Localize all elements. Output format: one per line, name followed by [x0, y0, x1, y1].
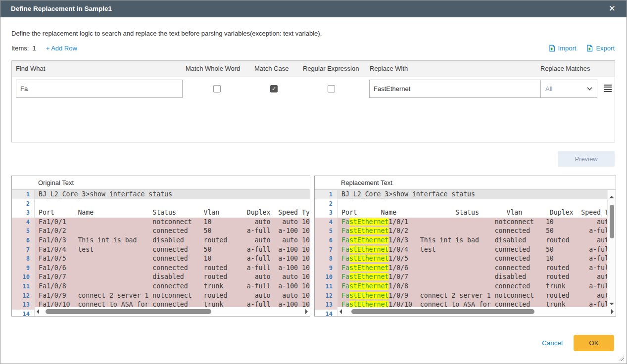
- scroll-right-arrow-icon[interactable]: [305, 309, 308, 314]
- dialog-description: Define the replacement logic to search a…: [11, 30, 615, 37]
- line-text: FastEthernet1/0/1 notconnect 10 auto aut…: [338, 218, 616, 227]
- line-number: 10: [315, 273, 338, 282]
- replaced-match-prefix: Fa: [341, 236, 349, 244]
- dialog-footer: Cancel OK: [0, 335, 614, 351]
- line-text: Fa1/0/6 connected routed a-full a-100 10…: [35, 264, 310, 273]
- line-text: FastEthernet1/0/6 connected routed a-ful…: [338, 264, 616, 273]
- code-line: 7Fa1/0/4 test connected 50 a-full a-100 …: [12, 245, 310, 255]
- col-find-what: Find What: [16, 65, 45, 72]
- dialog-titlebar: Define Replacement in Sample1 ✕: [0, 0, 627, 17]
- line-text: FastEthernet1/0/8 connected trunk a-full…: [338, 282, 616, 291]
- import-icon: [548, 45, 556, 52]
- replaced-text-highlight: stEthernet: [349, 282, 388, 290]
- line-number: 3: [12, 208, 35, 218]
- line-number: 3: [315, 208, 338, 218]
- chevron-down-icon: [587, 87, 592, 91]
- code-line: 1BJ_L2_Core_3>show interface status: [12, 190, 310, 199]
- line-number: 14: [12, 310, 35, 316]
- add-row-button[interactable]: + Add Row: [46, 45, 77, 52]
- replace-with-input[interactable]: [369, 80, 549, 98]
- export-label: Export: [596, 45, 615, 52]
- code-line: 4FastEthernet1/0/1 notconnect 10 auto au…: [315, 218, 616, 227]
- replaced-text-highlight: stEthernet: [349, 236, 388, 244]
- row-menu-icon[interactable]: [604, 85, 612, 92]
- line-text: BJ_L2_Core_3>show interface status: [338, 190, 616, 199]
- replacement-text-body: 1BJ_L2_Core_3>show interface status23Por…: [315, 190, 616, 316]
- vertical-scroll-thumb[interactable]: [610, 205, 614, 238]
- code-line: 9Fa1/0/6 connected routed a-full a-100 1…: [12, 264, 310, 273]
- replaced-match-prefix: Fa: [341, 227, 349, 234]
- original-text-title: Original Text: [12, 176, 310, 190]
- line-number: 5: [315, 227, 338, 236]
- scroll-left-arrow-icon[interactable]: [339, 309, 342, 314]
- scroll-right-arrow-icon[interactable]: [611, 309, 614, 314]
- line-text: Fa1/0/5 connected 10 a-full a-100 10/100…: [35, 254, 310, 264]
- code-line: 6Fa1/0/3 This int is bad disabled routed…: [12, 236, 310, 245]
- match-whole-word-checkbox[interactable]: [213, 85, 221, 92]
- import-label: Import: [558, 45, 577, 52]
- items-label: Items:: [11, 45, 29, 52]
- replace-matches-select[interactable]: All: [540, 80, 597, 98]
- replacement-text-panel: Replacement Text 1BJ_L2_Core_3>show inte…: [314, 176, 616, 317]
- find-what-input[interactable]: [16, 80, 183, 98]
- scroll-up-arrow-icon[interactable]: [609, 196, 614, 198]
- code-line: 2: [12, 199, 310, 209]
- line-text: BJ_L2_Core_3>show interface status: [35, 190, 310, 199]
- replaced-match-prefix: Fa: [341, 218, 349, 226]
- col-match-whole-word: Match Whole Word: [186, 65, 240, 72]
- dialog-title: Define Replacement in Sample1: [11, 5, 605, 12]
- line-number: 2: [315, 199, 338, 209]
- code-line: 9FastEthernet1/0/6 connected routed a-fu…: [315, 264, 616, 273]
- table-header: Find What Match Whole Word Match Case Re…: [12, 61, 615, 77]
- export-button[interactable]: Export: [586, 45, 615, 52]
- line-text: [35, 199, 310, 209]
- ok-button[interactable]: OK: [574, 335, 614, 351]
- resize-grip-icon[interactable]: [619, 356, 624, 361]
- line-text: Fa1/0/1 notconnect 10 auto auto 10/100Ba…: [35, 218, 310, 227]
- regular-expression-checkbox[interactable]: [328, 85, 335, 92]
- horizontal-scroll-thumb[interactable]: [46, 309, 211, 314]
- scroll-left-arrow-icon[interactable]: [37, 309, 39, 314]
- replace-matches-value: All: [545, 85, 587, 92]
- import-button[interactable]: Import: [548, 45, 577, 52]
- line-number: 4: [12, 218, 35, 227]
- code-line: 8Fa1/0/5 connected 10 a-full a-100 10/10…: [12, 254, 310, 264]
- replacement-text-title: Replacement Text: [315, 176, 616, 190]
- code-line: 12FastEthernet1/0/9 connect 2 server 1 n…: [315, 291, 616, 301]
- line-number: 8: [12, 254, 35, 264]
- replaced-text-highlight: stEthernet: [349, 246, 388, 253]
- cancel-button[interactable]: Cancel: [542, 339, 563, 347]
- code-line: 4Fa1/0/1 notconnect 10 auto auto 10/100B…: [12, 218, 310, 227]
- items-toolbar: Items: 1 + Add Row Import Export: [11, 44, 615, 52]
- line-text: Port Name Status Vlan Duplex Speed Type: [35, 208, 310, 218]
- line-text: Fa1/0/2 connected 50 a-full a-100 10/100…: [35, 227, 310, 236]
- replaced-text-highlight: stEthernet: [349, 218, 388, 226]
- match-case-checkbox[interactable]: ✓: [270, 85, 278, 92]
- preview-button[interactable]: Preview: [558, 151, 615, 167]
- vertical-scrollbar[interactable]: [607, 190, 616, 307]
- close-icon[interactable]: ✕: [605, 4, 620, 13]
- code-line: 10Fa1/0/7 disabled routed auto auto 10/1…: [12, 273, 310, 282]
- horizontal-scroll-thumb[interactable]: [351, 309, 534, 314]
- line-number: 12: [12, 291, 35, 301]
- code-line: 6FastEthernet1/0/3 This int is bad disab…: [315, 236, 616, 245]
- replaced-text-highlight: stEthernet: [349, 255, 388, 262]
- line-number: 11: [12, 282, 35, 291]
- line-number: 13: [12, 300, 35, 310]
- line-number: 1: [12, 190, 35, 199]
- replaced-text-highlight: stEthernet: [349, 273, 388, 280]
- line-number: 9: [12, 264, 35, 273]
- horizontal-scrollbar[interactable]: [338, 307, 616, 316]
- code-line: 11FastEthernet1/0/8 connected trunk a-fu…: [315, 282, 616, 291]
- code-line: 10FastEthernet1/0/7 disabled routed auto…: [315, 273, 616, 282]
- horizontal-scrollbar[interactable]: [35, 307, 310, 316]
- line-number: 6: [315, 236, 338, 245]
- line-number: 1: [315, 190, 338, 199]
- code-line: 5Fa1/0/2 connected 50 a-full a-100 10/10…: [12, 227, 310, 236]
- col-replace-matches: Replace Matches: [540, 65, 590, 72]
- scroll-down-arrow-icon[interactable]: [609, 303, 614, 305]
- line-number: 6: [12, 236, 35, 245]
- code-line: 2: [315, 199, 616, 209]
- preview-row: Preview: [0, 151, 615, 167]
- line-text: FastEthernet1/0/7 disabled routed auto a…: [338, 273, 616, 282]
